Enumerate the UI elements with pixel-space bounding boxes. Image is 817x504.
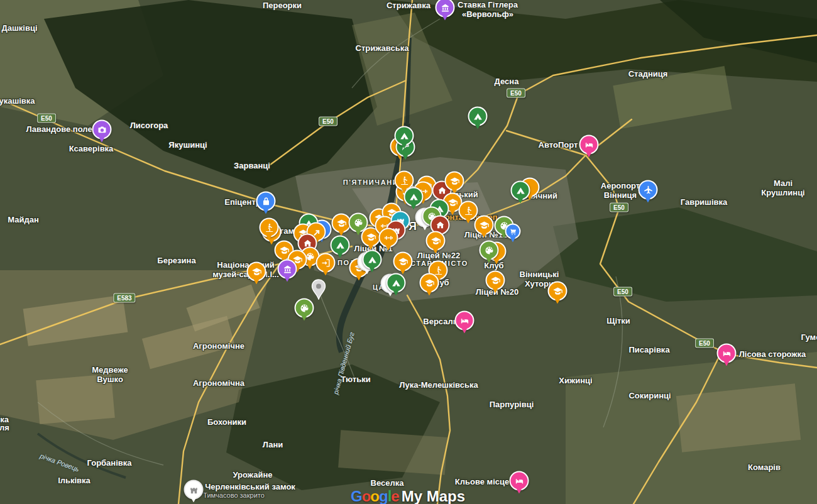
museum-marker[interactable] xyxy=(278,260,297,279)
education-marker[interactable] xyxy=(393,252,413,271)
google-logo-letter: o xyxy=(370,488,379,504)
my-maps-logo-text: My Maps xyxy=(402,488,465,504)
campground-marker[interactable] xyxy=(363,250,382,270)
education-marker[interactable] xyxy=(247,262,266,282)
lodging-marker[interactable] xyxy=(510,471,529,491)
photo-spot-marker[interactable] xyxy=(92,120,112,140)
education-marker[interactable] xyxy=(426,231,446,251)
gym-marker[interactable] xyxy=(379,228,398,248)
lodging-marker[interactable] xyxy=(717,344,737,363)
education-marker[interactable] xyxy=(420,273,439,293)
skatepark-marker[interactable] xyxy=(459,201,478,221)
education-marker[interactable] xyxy=(548,282,568,301)
lodging-marker[interactable] xyxy=(455,311,474,331)
map-markers-layer xyxy=(0,0,817,504)
google-logo-letter: G xyxy=(351,488,362,504)
google-logo-letter: o xyxy=(362,488,371,504)
default-pin-marker[interactable] xyxy=(311,279,326,300)
museum-marker[interactable] xyxy=(436,0,455,18)
lodging-marker[interactable] xyxy=(579,135,599,155)
entrance-marker[interactable] xyxy=(316,253,336,273)
campground-marker[interactable] xyxy=(404,187,424,207)
education-marker[interactable] xyxy=(486,271,505,290)
google-my-maps-watermark[interactable]: GoogleMy Maps xyxy=(351,488,465,504)
my-maps-viewport[interactable]: ДашківціПереоркиСтрижавкаСтрижавськаДесн… xyxy=(0,0,817,504)
hardware-store-marker[interactable] xyxy=(256,192,276,211)
google-logo-letter: e xyxy=(391,488,398,504)
google-logo: Google xyxy=(351,488,399,504)
education-marker[interactable] xyxy=(445,172,464,191)
campground-marker[interactable] xyxy=(511,181,530,200)
google-logo-letter: g xyxy=(379,488,388,504)
education-marker[interactable] xyxy=(474,216,494,235)
art-palette-marker[interactable] xyxy=(295,299,314,318)
airport-marker[interactable] xyxy=(639,180,658,200)
shop-marker[interactable] xyxy=(505,224,521,239)
campground-marker[interactable] xyxy=(331,236,350,255)
art-palette-marker[interactable] xyxy=(480,241,499,260)
campground-marker[interactable] xyxy=(468,107,488,126)
skatepark-marker[interactable] xyxy=(260,218,279,238)
campground-marker[interactable] xyxy=(387,273,406,293)
castle-marker[interactable] xyxy=(184,480,204,500)
campground-marker[interactable] xyxy=(395,126,414,146)
